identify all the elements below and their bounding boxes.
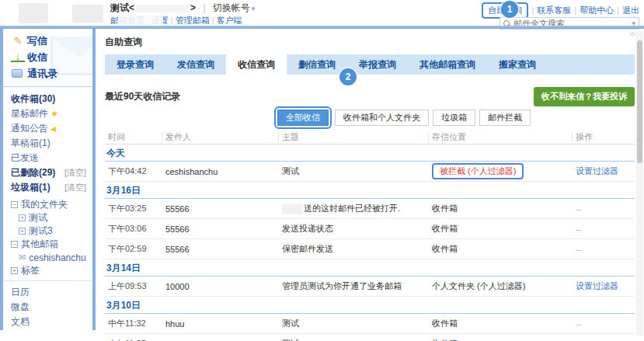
compose-button[interactable]: ✎ 写信 xyxy=(11,33,92,49)
email-redaction xyxy=(134,5,190,12)
contacts-button[interactable]: 通讯录 xyxy=(11,65,92,82)
table-row: 中午11:27 hhuu 测试 收件箱 -- xyxy=(105,334,635,341)
filter-spam[interactable]: 垃圾箱 xyxy=(433,110,475,126)
logo-redaction xyxy=(19,3,48,23)
filter-buttons: 全部收信 收件箱和个人文件夹 垃圾箱 邮件拦截 xyxy=(105,106,635,128)
date-group-header: 3月10日 xyxy=(105,297,635,314)
app-todo[interactable]: 待办 xyxy=(11,329,86,330)
complaint-button[interactable]: 收不到来信？我要投诉 xyxy=(534,87,635,106)
tab-send-query[interactable]: 发信查询 xyxy=(165,54,226,75)
filter-blocked[interactable]: 邮件拦截 xyxy=(479,110,531,126)
tab-migration-query[interactable]: 搬家查询 xyxy=(487,54,548,75)
annotation-step-2: 2 xyxy=(339,68,357,85)
blocked-status: 被拦截 (个人过滤器) xyxy=(440,166,516,176)
tree-my-folders[interactable]: −我的文件夹 xyxy=(11,198,86,211)
date-group-today: 今天 xyxy=(105,144,635,162)
empty-deleted-link[interactable]: [清空] xyxy=(64,167,86,179)
sidebar-item-deleted[interactable]: 已删除(29)[清空] xyxy=(11,165,86,180)
account-name: 测试< xyxy=(110,2,134,13)
expand-icon[interactable]: + xyxy=(19,214,26,221)
set-filter-link[interactable]: 设置过滤器 xyxy=(576,166,618,176)
filter-all-mail[interactable]: 全部收信 xyxy=(277,110,329,126)
folder-list: 收件箱(30) 星标邮件★ 通知公告◀ 草稿箱(1) 已发送 已删除(29)[清… xyxy=(3,87,92,198)
scroll-top-grip-icon xyxy=(630,32,635,37)
contacts-card-icon xyxy=(12,69,23,78)
nav-client[interactable]: 客户端 xyxy=(217,16,242,25)
subject-redaction xyxy=(282,204,302,214)
envelope-icon: ✉ xyxy=(19,252,26,263)
sidebar-item-spam[interactable]: 垃圾箱(1)[清空] xyxy=(11,180,86,195)
sidebar: ✎ 写信 ↓ 收信 通讯录 收件箱(30) 星标邮件★ 通知公告◀ 草稿箱(1)… xyxy=(0,29,96,330)
inbox-download-icon: ↓ xyxy=(11,52,25,62)
receive-mail-button[interactable]: ↓ 收信 xyxy=(11,49,92,65)
empty-spam-link[interactable]: [清空] xyxy=(64,182,86,193)
header-nav: 邮箱首页|设置|管理邮箱|客户端 xyxy=(110,15,255,26)
switch-account-link[interactable]: 切换帐号 xyxy=(213,2,250,13)
app-weidisk[interactable]: 微盘 xyxy=(11,300,86,315)
sidebar-item-starred[interactable]: 星标邮件★ xyxy=(11,106,86,121)
table-row: 下午04:42 ceshishanchu 测试 被拦截 (个人过滤器) 设置过滤… xyxy=(105,162,635,182)
all-mail-annotation-box: 全部收信 xyxy=(274,106,332,129)
vertical-scrollbar[interactable] xyxy=(636,31,643,336)
tree-folder-test3[interactable]: +测试3 xyxy=(11,224,86,238)
tree-tags[interactable]: +标签 xyxy=(11,264,86,277)
table-row: 上午09:53 10000 管理员测试为你开通了业务邮箱 个人文件夹 (个人过滤… xyxy=(105,277,635,297)
filter-inbox-personal[interactable]: 收件箱和个人文件夹 xyxy=(335,110,429,126)
tree-mailbox-ceshishanchu[interactable]: ✉ceshishanchu xyxy=(11,251,86,264)
pencil-icon: ✎ xyxy=(11,35,25,47)
section-title: 最近90天收信记录 xyxy=(105,90,180,103)
blocked-location-annotation-box: 被拦截 (个人过滤器) xyxy=(432,163,524,179)
link-logout[interactable]: 退出 xyxy=(622,5,639,15)
nav-manage-mailbox[interactable]: 管理邮箱 xyxy=(176,16,210,25)
link-help-center[interactable]: 帮助中心 xyxy=(580,5,614,15)
tab-report-query[interactable]: 举报查询 xyxy=(347,54,408,75)
chevron-down-icon[interactable]: ▾ xyxy=(252,5,256,12)
tab-delete-query[interactable]: 删信查询 xyxy=(287,54,347,75)
app-calendar[interactable]: 日历 xyxy=(11,285,86,300)
table-row: 下午03:25 55566 送的这封邮件已经被打开. 收件箱 -- xyxy=(105,199,635,219)
link-contact-support[interactable]: 联系客服 xyxy=(537,5,571,15)
query-tabs: 登录查询 发信查询 收信查询 删信查询 举报查询 其他邮箱查询 搬家查询 xyxy=(105,54,635,75)
table-row: 中午11:32 hhuu 测试 收件箱 -- xyxy=(105,314,635,334)
page-title: 自助查询 xyxy=(105,36,635,49)
expand-icon[interactable]: + xyxy=(11,267,18,274)
scrollbar-thumb[interactable] xyxy=(637,40,642,163)
sidebar-item-sent[interactable]: 已发送 xyxy=(11,151,86,165)
date-group-header: 3月14日 xyxy=(105,259,635,277)
app-docs[interactable]: 文档 xyxy=(11,315,86,329)
table-row: 下午03:06 55566 发送投递状态 收件箱 -- xyxy=(105,219,635,239)
app-list: 日历 微盘 文档 待办 记事本 文件中转站 xyxy=(3,280,92,330)
tree-other-mailboxes[interactable]: −其他邮箱 xyxy=(11,238,86,251)
table-row: 下午02:59 55566 保密邮件发送 收件箱 -- xyxy=(105,239,635,259)
tab-login-query[interactable]: 登录查询 xyxy=(105,54,165,75)
star-icon: ★ xyxy=(50,109,58,119)
folder-tree: −我的文件夹 +测试 +测试3 −其他邮箱 ✉ceshishanchu +标签 xyxy=(3,198,92,280)
collapse-icon[interactable]: − xyxy=(11,241,18,248)
quick-actions: ✎ 写信 ↓ 收信 通讯录 xyxy=(3,29,92,87)
tab-receive-query[interactable]: 收信查询 xyxy=(226,54,287,75)
nav-redaction xyxy=(118,15,163,24)
sidebar-item-inbox[interactable]: 收件箱(30) xyxy=(11,92,86,106)
logo-redaction xyxy=(72,5,103,23)
annotation-step-1: 1 xyxy=(501,1,518,18)
mail-record-table: 时间 发件人 主题 存信位置 操作 今天 下午04:42 ceshishanch… xyxy=(105,130,635,341)
horn-icon: ◀ xyxy=(50,125,56,133)
webmail-page: 测试<> | 切换帐号▾ 邮箱首页|设置|管理邮箱|客户端 自助查询|联系客服|… xyxy=(0,0,644,341)
expand-icon[interactable]: + xyxy=(19,228,26,235)
account-info: 测试<> | 切换帐号▾ 邮箱首页|设置|管理邮箱|客户端 xyxy=(110,2,255,26)
tree-folder-test[interactable]: +测试 xyxy=(11,211,86,224)
sidebar-item-drafts[interactable]: 草稿箱(1) xyxy=(11,136,86,151)
date-group-header: 3月16日 xyxy=(105,182,635,199)
sidebar-item-announcements[interactable]: 通知公告◀ xyxy=(11,121,86,136)
tab-other-mailbox-query[interactable]: 其他邮箱查询 xyxy=(408,54,487,75)
main-content: 自助查询 登录查询 发信查询 收信查询 删信查询 举报查询 其他邮箱查询 搬家查… xyxy=(96,29,644,341)
top-header: 测试<> | 切换帐号▾ 邮箱首页|设置|管理邮箱|客户端 自助查询|联系客服|… xyxy=(0,0,644,29)
collapse-icon[interactable]: − xyxy=(11,201,18,208)
table-header: 时间 发件人 主题 存信位置 操作 xyxy=(105,130,635,144)
set-filter-link[interactable]: 设置过滤器 xyxy=(576,281,618,291)
